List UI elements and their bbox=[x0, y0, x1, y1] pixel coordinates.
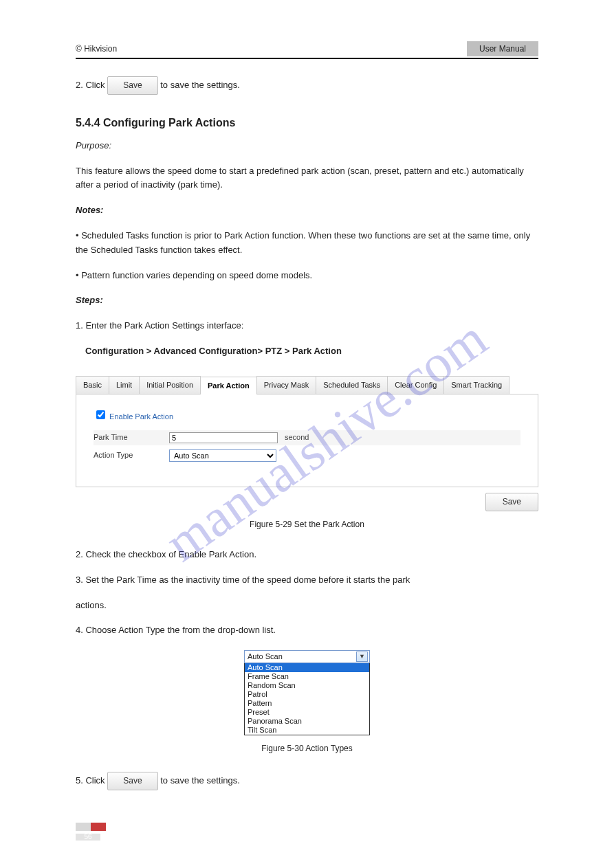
header-left: © Hikvision bbox=[76, 44, 117, 54]
steps-title: Steps: bbox=[76, 293, 538, 308]
figure-park-action: Basic Limit Initial Position Park Action… bbox=[76, 376, 538, 511]
purpose-title: Purpose: bbox=[76, 139, 538, 153]
park-time-unit: second bbox=[285, 432, 309, 444]
step-2: 2. Check the checkbox of Enable Park Act… bbox=[76, 548, 538, 562]
step-1: 1. Enter the Park Action Settings interf… bbox=[76, 319, 538, 333]
tab-bar: Basic Limit Initial Position Park Action… bbox=[76, 376, 538, 395]
tab-limit[interactable]: Limit bbox=[109, 376, 140, 394]
header-right: User Manual bbox=[467, 41, 538, 56]
tab-initial-position[interactable]: Initial Position bbox=[139, 376, 201, 394]
chevron-down-icon: ▼ bbox=[356, 652, 368, 662]
enable-park-action-row: Enable Park Action bbox=[94, 408, 520, 423]
dd-item-pattern[interactable]: Pattern bbox=[245, 699, 369, 708]
tab-clear-config[interactable]: Clear Config bbox=[387, 376, 444, 394]
header-rule bbox=[76, 58, 538, 59]
tab-park-action[interactable]: Park Action bbox=[200, 377, 257, 395]
page-number: 56 bbox=[76, 834, 100, 841]
tab-scheduled-tasks[interactable]: Scheduled Tasks bbox=[316, 376, 388, 394]
dd-item-preset[interactable]: Preset bbox=[245, 708, 369, 717]
dd-item-auto-scan[interactable]: Auto Scan bbox=[245, 663, 369, 672]
tab-smart-tracking[interactable]: Smart Tracking bbox=[443, 376, 509, 394]
note-2: • Pattern function varies depending on s… bbox=[76, 269, 538, 283]
step-4: 4. Choose Action Type the from the drop-… bbox=[76, 623, 538, 638]
figure-2-caption: Figure 5-30 Action Types bbox=[76, 742, 538, 755]
footer-block-red bbox=[91, 823, 106, 831]
figure-1-caption: Figure 5-29 Set the Park Action bbox=[76, 518, 538, 531]
step-1-path: Configuration > Advanced Configuration> … bbox=[85, 344, 538, 359]
step-5: 5. Click Save to save the settings. bbox=[76, 772, 538, 790]
tab-privacy-mask[interactable]: Privacy Mask bbox=[256, 376, 316, 394]
config-panel: Enable Park Action Park Time second Acti… bbox=[76, 394, 538, 487]
step-3a: 3. Set the Park Time as the inactivity t… bbox=[76, 573, 538, 588]
note-1: • Scheduled Tasks function is prior to P… bbox=[76, 229, 538, 258]
dd-item-tilt-scan[interactable]: Tilt Scan bbox=[245, 726, 369, 735]
section-title: 5.4.4 Configuring Park Actions bbox=[76, 114, 538, 132]
enable-park-action-label: Enable Park Action bbox=[109, 412, 173, 421]
save-button-inline-1[interactable]: Save bbox=[107, 76, 157, 95]
dd-item-panorama-scan[interactable]: Panorama Scan bbox=[245, 717, 369, 726]
page-footer: 56 bbox=[76, 823, 106, 841]
footer-block-gray bbox=[76, 823, 91, 831]
dropdown-list: Auto Scan Frame Scan Random Scan Patrol … bbox=[244, 663, 370, 735]
action-type-select[interactable]: Auto Scan bbox=[169, 449, 276, 462]
purpose-body: This feature allows the speed dome to st… bbox=[76, 164, 538, 193]
dd-item-patrol[interactable]: Patrol bbox=[245, 690, 369, 699]
step-save-line: 2. Click Save to save the settings. bbox=[76, 76, 538, 95]
tab-basic[interactable]: Basic bbox=[76, 376, 109, 394]
park-time-input[interactable] bbox=[169, 432, 278, 443]
action-type-dropdown-figure: Auto Scan ▼ Auto Scan Frame Scan Random … bbox=[244, 650, 370, 735]
dd-item-random-scan[interactable]: Random Scan bbox=[245, 681, 369, 690]
dd-item-frame-scan[interactable]: Frame Scan bbox=[245, 672, 369, 681]
notes-title: Notes: bbox=[76, 203, 538, 218]
enable-park-action-checkbox[interactable] bbox=[96, 410, 105, 419]
page-header: © Hikvision User Manual bbox=[76, 41, 538, 56]
save-button-inline-2[interactable]: Save bbox=[107, 772, 157, 790]
step-3b: actions. bbox=[76, 599, 538, 613]
park-time-label: Park Time bbox=[94, 432, 169, 444]
action-type-label: Action Type bbox=[94, 449, 169, 462]
dropdown-control[interactable]: Auto Scan ▼ bbox=[244, 650, 370, 663]
dropdown-selected: Auto Scan bbox=[248, 651, 283, 663]
save-button[interactable]: Save bbox=[485, 493, 538, 511]
